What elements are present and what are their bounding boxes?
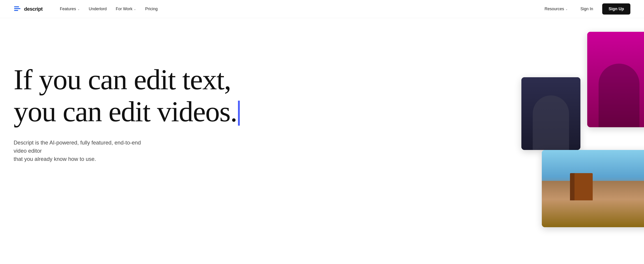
nav-item-resources[interactable]: Resources ⌄ <box>541 5 571 13</box>
svg-rect-0 <box>14 6 19 7</box>
hero-section: If you can edit text, you can edit video… <box>0 18 644 264</box>
nav-item-features[interactable]: Features ⌄ <box>56 5 83 13</box>
nav-left-items: Features ⌄ Underlord For Work ⌄ Pricing <box>56 5 541 13</box>
for-work-chevron-icon: ⌄ <box>134 8 136 11</box>
logo-text: descript <box>24 6 43 12</box>
resources-chevron-icon: ⌄ <box>566 8 568 11</box>
svg-rect-2 <box>14 10 18 11</box>
nav-right-items: Resources ⌄ Sign In Sign Up <box>541 4 630 15</box>
signup-button[interactable]: Sign Up <box>602 4 630 15</box>
hero-content: If you can edit text, you can edit video… <box>14 46 240 264</box>
features-chevron-icon: ⌄ <box>78 8 80 11</box>
navbar: descript Features ⌄ Underlord For Work ⌄… <box>0 0 644 18</box>
cursor-bar-icon <box>238 101 240 126</box>
media-card-portrait-pink <box>587 32 644 127</box>
signin-link[interactable]: Sign In <box>577 5 597 13</box>
hero-headline-line1: If you can edit text, <box>14 63 231 96</box>
hero-headline-line2: you can edit videos. <box>14 95 237 128</box>
nav-item-for-work[interactable]: For Work ⌄ <box>112 5 140 13</box>
media-card-landscape <box>542 150 644 227</box>
svg-rect-1 <box>14 8 20 9</box>
media-card-portrait-dark <box>522 77 580 150</box>
logo-link[interactable]: descript <box>14 5 43 13</box>
nav-item-pricing[interactable]: Pricing <box>142 5 161 13</box>
hero-media-area <box>492 32 644 259</box>
logo-icon <box>14 5 22 13</box>
nav-item-underlord[interactable]: Underlord <box>85 5 110 13</box>
hero-headline: If you can edit text, you can edit video… <box>14 64 240 128</box>
hero-subtext: Descript is the AI-powered, fully featur… <box>14 139 150 163</box>
